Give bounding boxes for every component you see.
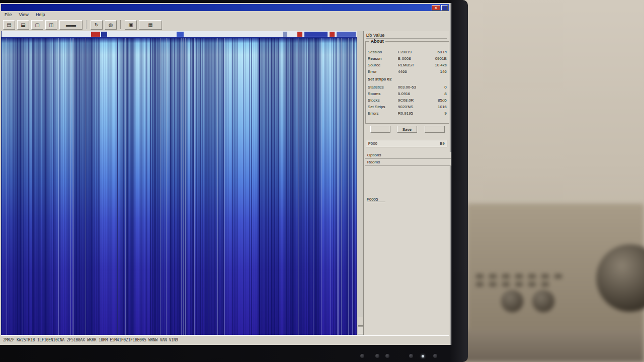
field-label: F000 [368, 141, 377, 146]
toolbar: ▤ ⬓ ▢ ◫ ▬▬ ↻ ◍ ▣ ▦ [1, 18, 449, 32]
panel-footer-label: F0005 [367, 197, 385, 202]
row-extra: 8 [428, 92, 447, 96]
menu-bar: File View Help [1, 11, 449, 19]
row-label: Stocks [368, 98, 398, 103]
monitor-power-led [422, 355, 424, 357]
toolbar-separator [120, 20, 121, 29]
row-value: 5.0916 [398, 92, 428, 96]
scale-marker [297, 32, 302, 37]
aux-window-button[interactable] [441, 5, 448, 11]
panel-row: Statistics 003.00-63 0 [368, 84, 447, 90]
panel-button[interactable] [425, 126, 445, 133]
row-label: Session [368, 50, 398, 54]
toolbar-button[interactable]: ▦ [139, 20, 162, 30]
waterfall-canvas [2, 37, 357, 335]
scale-marker [283, 32, 287, 37]
bezel-highlight [451, 3, 452, 345]
scale-marker [91, 32, 100, 37]
app-window: ✕ File View Help ▤ ⬓ ▢ ◫ ▬▬ ↻ ◍ ▣ ▦ [0, 3, 451, 345]
field-value: B9 [440, 141, 445, 146]
row-value: 003.00-63 [398, 85, 428, 89]
settings-panel: Db Value About Session F20019 60 Pi Reas… [363, 31, 449, 335]
scale-marker [177, 32, 184, 37]
room-background [453, 0, 644, 362]
monitor-button [409, 354, 413, 358]
toolbar-button[interactable]: ◫ [45, 20, 57, 30]
toolbar-button[interactable]: ▢ [31, 20, 43, 30]
about-groupbox: About Session F20019 60 Pi Reason B-0008… [365, 41, 449, 124]
monitor-button [360, 354, 364, 358]
monitor-button [375, 354, 379, 358]
section-rooms[interactable]: Rooms [365, 159, 451, 166]
panel-row: Session F20019 60 Pi [368, 49, 447, 55]
row-extra: 146 [428, 69, 447, 74]
panel-row: Source RLMBST 10.4ks [368, 62, 447, 68]
close-button[interactable]: ✕ [432, 5, 440, 11]
row-label: Errors [368, 111, 398, 116]
scale-marker [337, 32, 356, 37]
row-value: 9C08.0R [398, 98, 428, 103]
panel-row: Stocks 9C08.0R 85d6 [368, 97, 447, 103]
toolbar-button[interactable]: ▤ [3, 20, 15, 30]
row-value: RLMBST [398, 63, 428, 67]
panel-row: Rooms 5.0916 8 [368, 90, 447, 97]
row-label: Set Strips [368, 105, 398, 109]
row-value: 9020'NS [398, 105, 428, 109]
row-extra: 9 [428, 111, 447, 116]
title-bar: ✕ [1, 4, 449, 11]
toolbar-button[interactable]: ⬓ [17, 20, 29, 30]
menu-help[interactable]: Help [36, 12, 45, 17]
panel-subheader: Set strips 02 [368, 77, 447, 83]
scale-marker [304, 32, 328, 37]
panel-row: Errors R0.9195 9 [368, 110, 447, 116]
toolbar-separator [86, 20, 87, 29]
row-extra: 1016 [428, 105, 447, 109]
panel-row: Set Strips 9020'NS 1016 [368, 104, 447, 110]
panel-row: Error 4466 146 [368, 68, 447, 74]
row-extra: 85d6 [428, 98, 447, 103]
scale-marker [330, 32, 335, 37]
row-label: Statistics [368, 85, 398, 89]
scrollbar-thumb[interactable] [358, 317, 363, 326]
toolbar-button[interactable]: ▣ [125, 20, 137, 30]
row-extra: 0901B [428, 56, 447, 61]
panel-row: Reason B-0008 0901B [368, 55, 447, 61]
row-value: R0.9195 [398, 111, 428, 116]
section-options[interactable]: Options [365, 152, 451, 159]
waterfall-display [1, 31, 357, 335]
scale-marker [101, 32, 107, 37]
scrollbar-corner [358, 326, 363, 334]
monitor-button [385, 354, 389, 358]
status-bar: 2MRZF KW2STR1B 1LF10EN10CNA 2F51B0AX WKR… [1, 335, 449, 344]
row-label: Reason [368, 56, 398, 61]
scale-markers [2, 31, 357, 37]
panel-header: Db Value [366, 33, 447, 39]
monitor-button [433, 354, 437, 358]
panel-button[interactable] [370, 126, 390, 133]
save-button[interactable]: Save [397, 126, 417, 133]
menu-file[interactable]: File [5, 12, 12, 17]
row-label: Source [368, 63, 398, 67]
toolbar-button[interactable]: ▬▬ [59, 20, 83, 30]
toolbar-button[interactable]: ↻ [91, 20, 103, 30]
menu-view[interactable]: View [19, 12, 29, 17]
row-extra: 10.4ks [428, 63, 447, 67]
status-text: 2MRZF KW2STR1B 1LF10EN10CNA 2F51B0AX WKR… [1, 338, 178, 342]
groupbox-title: About [369, 39, 385, 44]
row-extra: 60 Pi [428, 50, 447, 54]
row-value: B-0008 [398, 56, 428, 61]
vertical-scrollbar[interactable] [357, 31, 363, 335]
row-value: F20019 [398, 50, 428, 54]
row-value: 4466 [398, 69, 428, 74]
main-content: Db Value About Session F20019 60 Pi Reas… [1, 31, 449, 335]
panel-field[interactable]: F000 B9 [366, 140, 447, 147]
row-label: Rooms [368, 92, 398, 96]
row-extra: 0 [428, 85, 447, 89]
row-label: Error [368, 69, 398, 74]
toolbar-button[interactable]: ◍ [105, 20, 117, 30]
monitor-bezel: ✕ File View Help ▤ ⬓ ▢ ◫ ▬▬ ↻ ◍ ▣ ▦ [0, 0, 468, 362]
